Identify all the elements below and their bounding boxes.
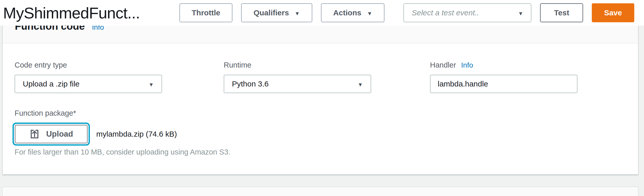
upload-button[interactable]: Upload [15,125,88,143]
function-code-card-body: Code entry type Runtime Handler Info Upl… [3,43,638,174]
handler-input[interactable] [430,75,577,93]
chevron-down-icon: ▼ [295,11,300,16]
next-section-card [3,187,638,196]
qualifiers-button-label: Qualifiers [253,8,289,17]
save-button-label: Save [604,8,622,17]
code-entry-type-select[interactable]: Upload a .zip file ▼ [15,75,162,93]
handler-info-link[interactable]: Info [461,61,473,69]
throttle-button[interactable]: Throttle [179,3,233,22]
upload-button-label: Upload [46,129,73,139]
throttle-button-label: Throttle [192,8,220,17]
code-entry-type-label: Code entry type [15,61,67,69]
test-button-label: Test [554,8,569,17]
function-code-card: Function code Info Code entry type Runti… [3,8,638,175]
runtime-select[interactable]: Python 3.6 ▼ [224,75,371,93]
handler-label: Handler Info [430,61,473,69]
actions-button-label: Actions [333,8,361,17]
upload-helper-text: For files larger than 10 MB, consider up… [15,148,230,156]
function-package-label: Function package* [15,109,76,117]
chevron-down-icon: ▼ [358,82,363,87]
test-event-select[interactable]: Select a test event.. ▼ [403,3,531,22]
chevron-down-icon: ▼ [518,11,523,16]
uploaded-file-info: mylambda.zip (74.6 kB) [96,130,177,138]
qualifiers-button[interactable]: Qualifiers ▼ [241,3,312,22]
save-button[interactable]: Save [592,3,634,22]
function-name-title: MyShimmedFunct... [3,4,171,22]
test-button[interactable]: Test [540,3,583,22]
code-entry-type-value: Upload a .zip file [23,80,80,88]
chevron-down-icon: ▼ [367,11,372,16]
actions-button[interactable]: Actions ▼ [321,3,385,22]
upload-icon [29,129,40,139]
handler-label-text: Handler [430,61,456,69]
runtime-label: Runtime [224,61,251,69]
test-event-placeholder: Select a test event.. [412,8,479,17]
function-header-bar: MyShimmedFunct... Throttle Qualifiers ▼ … [0,0,644,26]
upload-row: Upload mylambda.zip (74.6 kB) [15,125,177,143]
runtime-value: Python 3.6 [232,80,269,88]
chevron-down-icon: ▼ [148,82,154,87]
